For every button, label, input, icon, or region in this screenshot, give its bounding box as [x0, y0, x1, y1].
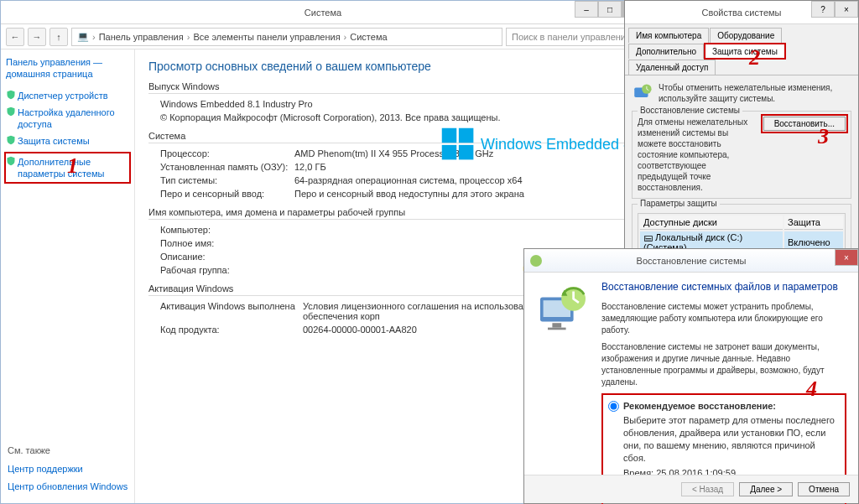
restore-title: Восстановление системы — [637, 256, 747, 266]
ram-label: Установленная память (ОЗУ): — [160, 162, 294, 172]
restore-button[interactable]: Восстановить... — [763, 117, 846, 131]
description-label: Описание: — [160, 252, 294, 262]
restore-titlebar[interactable]: Восстановление системы × — [524, 249, 858, 273]
breadcrumb-3[interactable]: Система — [350, 32, 387, 42]
next-button[interactable]: Далее > — [739, 482, 793, 496]
params-group-title: Параметры защиты — [638, 199, 720, 208]
props-header-text: Чтобы отменить нежелательные изменения, … — [659, 82, 851, 104]
shield-icon — [6, 107, 16, 117]
left-nav: Панель управления — домашняя страница Ди… — [1, 49, 135, 503]
nav-action-center[interactable]: Центр поддержки — [8, 460, 128, 477]
marker-3: 3 — [818, 124, 829, 149]
svg-rect-10 — [548, 328, 566, 330]
tab-computer-name[interactable]: Имя компьютера — [628, 28, 709, 43]
computer-label: Компьютер: — [160, 225, 294, 235]
nav-windows-update[interactable]: Центр обновления Windows — [8, 478, 128, 495]
restore-hero-icon — [533, 279, 593, 340]
pen-value: Перо и сенсорный ввод недоступны для это… — [294, 189, 632, 199]
search-input[interactable]: Поиск в панели управления — [506, 28, 640, 46]
breadcrumb-2[interactable]: Все элементы панели управления — [193, 32, 340, 42]
restore-buttonbar: < Назад Далее > Отмена — [524, 475, 858, 503]
page-heading: Просмотр основных сведений о вашем компь… — [148, 60, 632, 73]
col-protection[interactable]: Защита — [784, 216, 843, 230]
opt-recommended-desc: Выберите этот параметр для отмены послед… — [623, 414, 840, 464]
svg-rect-9 — [552, 323, 561, 327]
minimize-button[interactable]: – — [575, 1, 598, 18]
props-title: Свойства системы — [701, 8, 781, 18]
ram-value: 12,0 ГБ — [294, 162, 632, 172]
restore-heading: Восстановление системных файлов и параме… — [601, 281, 846, 294]
props-titlebar[interactable]: Свойства системы ?× — [625, 1, 858, 24]
cancel-button[interactable]: Отмена — [798, 482, 850, 496]
edition-value: Windows Embedded 8.1 Industry Pro — [160, 99, 632, 109]
back-button: < Назад — [681, 482, 734, 496]
tab-advanced[interactable]: Дополнительно — [628, 44, 704, 59]
tab-protection[interactable]: Защита системы — [705, 44, 785, 59]
workgroup-label: Рабочая группа: — [160, 265, 294, 275]
section-edition: Выпуск Windows — [148, 81, 632, 94]
back-button[interactable]: ← — [6, 28, 24, 46]
breadcrumb[interactable]: 💻› Панель управления› Все элементы панел… — [71, 28, 502, 46]
copyright-value: © Корпорация Майкрософт (Microsoft Corpo… — [160, 112, 632, 122]
marker-1: 1 — [67, 153, 78, 179]
forward-button[interactable]: → — [28, 28, 46, 46]
system-titlebar[interactable]: Система – □ × — [1, 1, 645, 24]
shield-icon — [6, 156, 16, 166]
systype-value: 64-разрядная операционная система, проце… — [294, 175, 632, 185]
systype-label: Тип системы: — [160, 175, 294, 185]
nav-home[interactable]: Панель управления — домашняя страница — [6, 56, 129, 81]
restore-icon — [632, 82, 653, 104]
svg-rect-2 — [442, 145, 457, 160]
windows-icon — [440, 127, 476, 162]
up-button[interactable]: ↑ — [49, 28, 68, 46]
props-help-button[interactable]: ? — [811, 1, 835, 18]
restore-title-icon — [529, 254, 543, 268]
marker-4: 4 — [806, 377, 817, 402]
opt-recommended-title: Рекомендуемое восстановление: — [623, 401, 776, 411]
toolbar: ← → ↑ 💻› Панель управления› Все элементы… — [1, 24, 645, 49]
tab-remote[interactable]: Удаленный доступ — [628, 60, 716, 75]
restore-group-title: Восстановление системы — [638, 106, 742, 115]
tab-hardware[interactable]: Оборудование — [710, 28, 782, 43]
shield-icon — [6, 90, 16, 100]
nav-remote-settings[interactable]: Настройка удаленного доступа — [6, 104, 129, 133]
radio-recommended[interactable] — [608, 401, 619, 412]
nav-system-protection[interactable]: Защита системы — [6, 132, 129, 149]
svg-rect-3 — [459, 145, 474, 160]
section-name: Имя компьютера, имя домена и параметры р… — [148, 207, 632, 220]
windows-logo: Windows Embedded 8 — [440, 127, 632, 162]
tabs: Имя компьютера Оборудование Дополнительн… — [625, 24, 858, 75]
col-drive[interactable]: Доступные диски — [640, 216, 783, 230]
pen-label: Перо и сенсорный ввод: — [160, 189, 294, 199]
nav-device-manager[interactable]: Диспетчер устройств — [6, 87, 129, 104]
shield-icon — [6, 135, 16, 145]
productid-label: Код продукта: — [160, 325, 303, 335]
see-also-label: См. также — [8, 445, 128, 455]
maximize-button[interactable]: □ — [598, 1, 622, 18]
restore-close-button[interactable]: × — [835, 249, 858, 266]
restore-para1: Восстановление системы может устранить п… — [601, 301, 846, 336]
breadcrumb-1[interactable]: Панель управления — [99, 32, 184, 42]
svg-point-6 — [530, 255, 542, 267]
processor-label: Процессор: — [160, 148, 294, 158]
marker-2: 2 — [749, 45, 760, 70]
svg-rect-1 — [459, 128, 474, 143]
fullname-label: Полное имя: — [160, 238, 294, 248]
activation-label: Активация Windows выполнена — [160, 301, 303, 321]
system-title: Система — [305, 8, 341, 18]
windows-logo-text: Windows Embedded 8 — [481, 136, 632, 153]
svg-rect-0 — [442, 128, 457, 143]
restore-desc: Для отмены нежелательных изменений систе… — [638, 117, 758, 193]
props-close-button[interactable]: × — [835, 1, 858, 18]
